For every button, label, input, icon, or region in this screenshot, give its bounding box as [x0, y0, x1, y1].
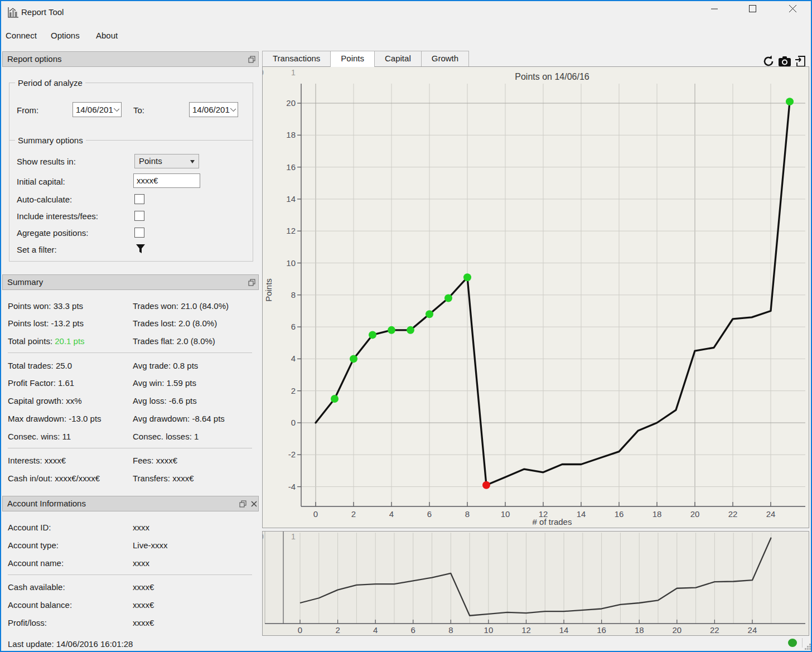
- summary-separator-2: [8, 448, 252, 448]
- include-interests-label: Include interests/fees:: [17, 211, 98, 221]
- summary-max-drawdown: Max drawdown: -13.0 pts: [8, 414, 102, 423]
- main-chart-panel: -4-2024681012141618200246810121416182022…: [262, 66, 809, 528]
- status-separator: [802, 638, 803, 648]
- summary-trades-flat: Trades flat: 2.0 (8.0%): [133, 336, 215, 346]
- from-date-combobox[interactable]: 14/06/201: [72, 102, 122, 117]
- svg-text:10: 10: [484, 625, 494, 635]
- tab-capital[interactable]: Capital: [374, 51, 422, 66]
- tab-transactions[interactable]: Transactions: [262, 51, 331, 66]
- float-panel-icon[interactable]: [248, 279, 255, 286]
- summary-separator-1: [8, 352, 252, 353]
- svg-text:20: 20: [672, 625, 682, 635]
- initial-capital-label: Initial capital:: [17, 177, 65, 186]
- svg-text:8: 8: [291, 290, 296, 300]
- window-title: Report Tool: [21, 7, 64, 17]
- svg-text:1: 1: [291, 532, 296, 541]
- svg-text:12: 12: [286, 226, 296, 235]
- titlebar: Report Tool: [0, 0, 812, 25]
- svg-text:10: 10: [286, 258, 296, 268]
- summary-transfers: Transfers: xxxx€: [133, 474, 194, 483]
- resize-grip[interactable]: [805, 644, 811, 650]
- svg-text:14: 14: [559, 625, 569, 635]
- account-id-label: Account ID:: [8, 523, 51, 532]
- summary-consec-losses: Consec. losses: 1: [133, 432, 199, 441]
- summary-total-trades: Total trades: 25.0: [8, 361, 72, 370]
- svg-text:18: 18: [635, 625, 644, 635]
- close-button[interactable]: [780, 4, 805, 20]
- float-panel-icon[interactable]: [248, 56, 255, 63]
- svg-text:4: 4: [291, 354, 296, 363]
- account-id-value: xxxx: [133, 523, 149, 532]
- agregate-positions-label: Agregate positions:: [17, 228, 88, 238]
- svg-text:Points on 14/06/16: Points on 14/06/16: [515, 72, 589, 81]
- tab-growth[interactable]: Growth: [421, 51, 469, 66]
- svg-text:8: 8: [448, 625, 453, 635]
- menu-about[interactable]: About: [91, 30, 122, 41]
- svg-text:10: 10: [501, 509, 510, 519]
- from-date-value: 14/06/201: [76, 105, 113, 114]
- summary-points-won: Points won: 33.3 pts: [8, 301, 83, 311]
- summary-points-lost: Points lost: -13.2 pts: [8, 318, 84, 328]
- overview-chart-panel: 02468101214161820222401: [262, 531, 809, 636]
- auto-calculate-checkbox[interactable]: [134, 194, 144, 204]
- svg-text:14: 14: [286, 194, 296, 204]
- summary-profit-factor: Profit Factor: 1.61: [8, 378, 74, 388]
- tab-points[interactable]: Points: [330, 51, 375, 67]
- cash-available-label: Cash available:: [8, 582, 65, 592]
- filter-icon[interactable]: [136, 244, 146, 254]
- summary-title: Summary: [7, 277, 43, 287]
- svg-text:20: 20: [286, 98, 296, 108]
- svg-text:8: 8: [465, 509, 470, 519]
- svg-text:16: 16: [615, 509, 624, 519]
- summary-trades-won: Trades won: 21.0 (84.0%): [133, 301, 229, 311]
- from-label: From:: [17, 105, 38, 115]
- summary-cash-inout: Cash in/out: xxxx€/xxxx€: [8, 474, 100, 483]
- set-filter-label: Set a filter:: [17, 245, 57, 254]
- account-header: Account Informations: [2, 496, 259, 511]
- svg-text:20: 20: [690, 509, 700, 519]
- account-title: Account Informations: [7, 499, 86, 508]
- svg-text:2: 2: [351, 509, 356, 519]
- show-results-value: Points: [139, 156, 162, 166]
- include-interests-checkbox[interactable]: [134, 211, 144, 221]
- svg-text:4: 4: [373, 625, 378, 635]
- summary-options-groupbox: Summary options Show results in: Points …: [9, 140, 253, 262]
- float-panel-icon[interactable]: [239, 500, 246, 508]
- to-label: To:: [133, 105, 144, 115]
- svg-text:0: 0: [263, 68, 264, 77]
- close-panel-icon[interactable]: [250, 500, 258, 508]
- account-type-value: Live-xxxx: [133, 540, 168, 550]
- summary-trades-lost: Trades lost: 2.0 (8.0%): [133, 318, 217, 328]
- account-separator: [8, 574, 252, 575]
- report-options-header: Report options: [2, 51, 259, 67]
- summary-header: Summary: [2, 274, 259, 290]
- main-chart-svg[interactable]: -4-2024681012141618200246810121416182022…: [263, 67, 809, 528]
- maximize-icon: [749, 5, 756, 12]
- initial-capital-input[interactable]: xxxx€: [133, 173, 200, 188]
- agregate-positions-checkbox[interactable]: [134, 228, 144, 238]
- svg-text:24: 24: [766, 509, 776, 519]
- auto-calculate-label: Auto-calculate:: [17, 195, 72, 204]
- overview-chart-svg[interactable]: 02468101214161820222401: [263, 532, 809, 635]
- account-balance-value: xxxx€: [133, 600, 154, 610]
- show-results-label: Show results in:: [17, 157, 76, 166]
- app-icon: [7, 6, 20, 18]
- svg-text:6: 6: [411, 625, 415, 635]
- menu-connect[interactable]: Connect: [1, 30, 41, 41]
- svg-text:-2: -2: [288, 450, 296, 459]
- svg-text:0: 0: [313, 509, 318, 519]
- menu-options[interactable]: Options: [46, 30, 84, 41]
- connection-led-icon: [788, 639, 797, 647]
- to-date-combobox[interactable]: 14/06/201: [189, 102, 238, 117]
- svg-text:16: 16: [286, 162, 296, 172]
- summary-fees: Fees: xxxx€: [133, 456, 177, 465]
- svg-text:22: 22: [728, 509, 738, 519]
- minimize-button[interactable]: [702, 4, 727, 20]
- show-results-dropdown[interactable]: Points: [134, 154, 199, 168]
- svg-text:4: 4: [389, 509, 394, 519]
- svg-text:16: 16: [597, 625, 606, 635]
- account-name-label: Account name:: [8, 558, 64, 568]
- svg-text:2: 2: [335, 625, 340, 635]
- account-name-value: xxxx: [133, 558, 149, 568]
- maximize-button[interactable]: [740, 4, 765, 20]
